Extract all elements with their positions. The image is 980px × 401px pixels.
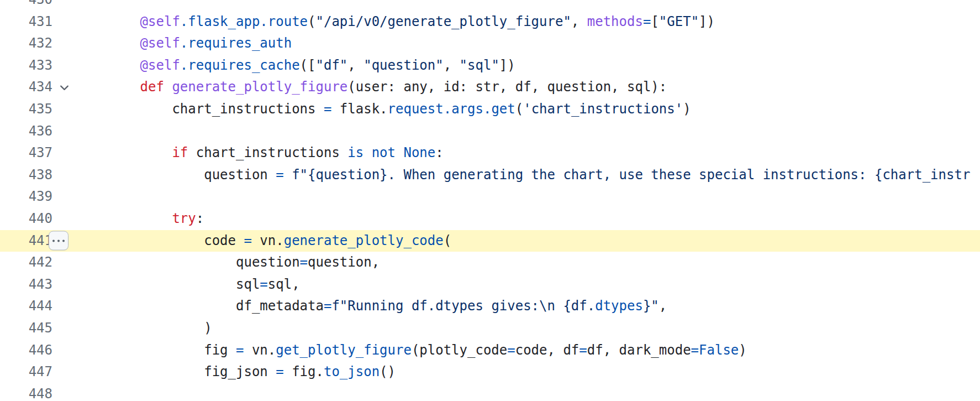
code-line: 444 df_metadata=f"Running df.dtypes give…	[0, 295, 980, 317]
code-line: 434 def generate_plotly_figure(user: any…	[0, 76, 980, 98]
gutter-aux	[52, 0, 76, 11]
gutter-aux	[52, 33, 76, 55]
line-number[interactable]: 434	[0, 76, 52, 98]
line-number[interactable]: 430	[0, 0, 52, 11]
gutter-aux	[52, 142, 76, 164]
code-line: 447 fig_json = fig.to_json()	[0, 361, 980, 383]
code-text: question = f"{question}. When generating…	[76, 164, 980, 186]
line-number[interactable]: 433	[0, 55, 52, 77]
line-number[interactable]: 437	[0, 142, 52, 164]
gutter-aux	[52, 121, 76, 143]
line-number[interactable]: 443	[0, 274, 52, 296]
gutter-aux	[52, 274, 76, 296]
code-line: 442 question=question,	[0, 252, 980, 274]
code-line: 438 question = f"{question}. When genera…	[0, 164, 980, 186]
line-number[interactable]: 432	[0, 33, 52, 55]
code-text: )	[76, 317, 980, 340]
gutter-aux	[52, 11, 76, 33]
chevron-down-icon	[59, 82, 70, 93]
gutter-aux	[52, 361, 76, 383]
line-number[interactable]: 445	[0, 317, 52, 340]
gutter-aux	[52, 230, 76, 252]
code-text: if chart_instructions is not None:	[76, 142, 980, 164]
code-text: question=question,	[76, 252, 980, 274]
gutter-aux	[52, 186, 76, 208]
line-number[interactable]: 440	[0, 208, 52, 230]
code-text: @self.requires_auth	[76, 33, 980, 55]
gutter-aux	[52, 317, 76, 340]
code-line: 446 fig = vn.get_plotly_figure(plotly_co…	[0, 340, 980, 362]
gutter-aux	[52, 340, 76, 362]
code-line: 437 if chart_instructions is not None:	[0, 142, 980, 164]
code-line: 430	[0, 0, 980, 11]
code-line: 441 code = vn.generate_plotly_code(	[0, 230, 980, 252]
gutter-aux	[52, 98, 76, 121]
line-number[interactable]: 431	[0, 11, 52, 33]
code-line: 440 try:	[0, 208, 980, 230]
line-number[interactable]: 446	[0, 340, 52, 362]
code-line: 448	[0, 383, 980, 401]
line-number[interactable]: 438	[0, 164, 52, 186]
code-text: def generate_plotly_figure(user: any, id…	[76, 76, 980, 98]
code-rows: 430431 @self.flask_app.route("/api/v0/ge…	[0, 0, 980, 401]
gutter-aux	[52, 295, 76, 317]
code-text: sql=sql,	[76, 274, 980, 296]
code-text: fig = vn.get_plotly_figure(plotly_code=c…	[76, 340, 980, 362]
line-number[interactable]: 447	[0, 361, 52, 383]
code-line: 443 sql=sql,	[0, 274, 980, 296]
code-line: 439	[0, 186, 980, 208]
code-text: try:	[76, 208, 980, 230]
code-text: @self.requires_cache(["df", "question", …	[76, 55, 980, 77]
code-text: code = vn.generate_plotly_code(	[76, 230, 980, 252]
line-number[interactable]: 439	[0, 186, 52, 208]
ellipsis-icon	[52, 239, 65, 242]
line-number[interactable]: 442	[0, 252, 52, 274]
line-number[interactable]: 435	[0, 98, 52, 121]
code-line: 445 )	[0, 317, 980, 340]
collapse-function-button[interactable]	[59, 82, 70, 93]
gutter-aux	[52, 76, 76, 98]
code-line: 432 @self.requires_auth	[0, 33, 980, 55]
code-line: 431 @self.flask_app.route("/api/v0/gener…	[0, 11, 980, 33]
line-actions-button[interactable]	[49, 231, 69, 251]
code-text: df_metadata=f"Running df.dtypes gives:\n…	[76, 295, 980, 317]
line-number[interactable]: 436	[0, 121, 52, 143]
code-view: 430431 @self.flask_app.route("/api/v0/ge…	[0, 0, 980, 401]
code-text: chart_instructions = flask.request.args.…	[76, 98, 980, 121]
gutter-aux	[52, 383, 76, 401]
code-line: 436	[0, 121, 980, 143]
gutter-aux	[52, 55, 76, 77]
line-number[interactable]: 448	[0, 383, 52, 401]
line-number[interactable]: 441	[0, 230, 52, 252]
gutter-aux	[52, 208, 76, 230]
gutter-aux	[52, 164, 76, 186]
code-text: @self.flask_app.route("/api/v0/generate_…	[76, 11, 980, 33]
code-line: 435 chart_instructions = flask.request.a…	[0, 98, 980, 121]
gutter-aux	[52, 252, 76, 274]
code-text: fig_json = fig.to_json()	[76, 361, 980, 383]
line-number[interactable]: 444	[0, 295, 52, 317]
code-line: 433 @self.requires_cache(["df", "questio…	[0, 55, 980, 77]
